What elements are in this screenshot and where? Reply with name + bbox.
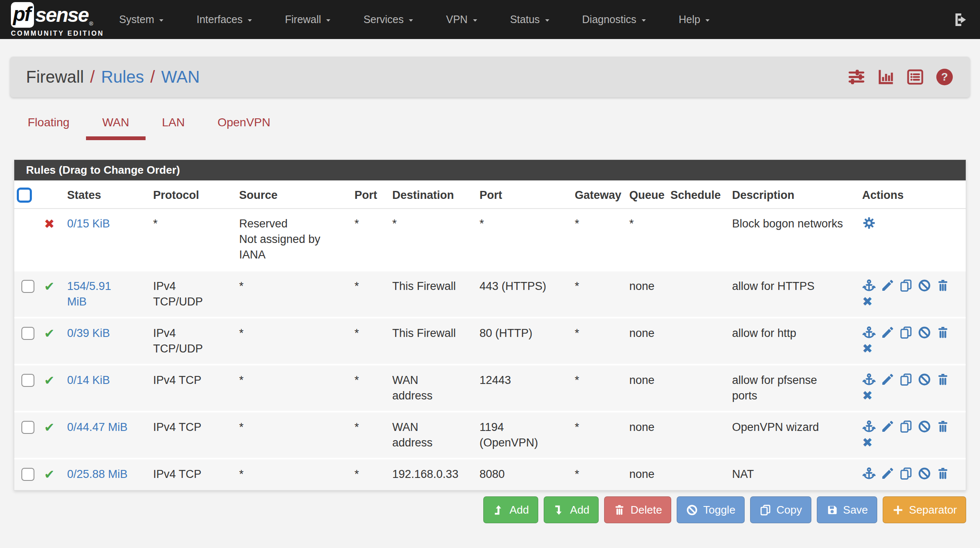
nav-item-status[interactable]: Status [510,13,550,26]
breadcrumb: Firewall/Rules/WAN [26,68,200,86]
toggle-button[interactable]: Toggle [677,496,745,523]
sliders-icon[interactable] [847,68,866,86]
trash-icon[interactable] [936,279,950,292]
rule-checkbox[interactable] [21,421,34,434]
x-icon[interactable]: ✖ [862,436,876,449]
states-link[interactable]: 154/5.91 MiB [67,279,153,310]
rule-checkbox[interactable] [21,374,34,387]
rule-actions [862,216,962,230]
copy-icon[interactable] [899,326,913,339]
trash-icon[interactable] [936,467,950,480]
nav-item-help[interactable]: Help [679,13,711,26]
pencil-icon[interactable] [881,279,894,292]
breadcrumb-rules[interactable]: Rules [101,68,144,86]
pencil-icon[interactable] [881,326,894,339]
ban-icon[interactable] [917,467,931,480]
cell-protocol-text: IPv4 TCP [153,467,239,482]
svg-text:?: ? [941,71,948,84]
col-gateway-header: Gateway [575,180,629,209]
x-icon[interactable]: ✖ [862,342,876,355]
copy-icon[interactable] [899,420,913,433]
cell-destination-text: WAN address [392,373,480,404]
states-link[interactable]: 0/25.88 MiB [67,467,153,482]
trash-icon[interactable] [936,420,950,433]
nav-item-system[interactable]: System [119,13,164,26]
tab-link-floating[interactable]: Floating [28,116,86,140]
list-panel-icon[interactable] [906,68,925,86]
rule-row[interactable]: ✔0/25.88 MiBIPv4 TCP**192.168.0.338080*n… [14,459,966,490]
copy-icon[interactable] [899,279,913,292]
cell-destination: This Firewall [392,271,480,318]
copy-icon[interactable] [899,373,913,386]
rule-checkbox[interactable] [21,468,34,481]
cell-status: ✖ [42,209,67,271]
add-rule-bottom-button[interactable]: Add [544,496,599,523]
states-link[interactable]: 0/15 KiB [67,216,153,232]
caret-down-icon [408,17,414,23]
button-label: Toggle [703,504,735,517]
tab-link-wan[interactable]: WAN [86,116,146,140]
tab-link-openvpn[interactable]: OpenVPN [201,116,287,140]
ban-icon[interactable] [917,373,931,386]
cell-destination-port-text: * [480,216,575,232]
breadcrumb-wan[interactable]: WAN [161,68,200,86]
states-link[interactable]: 0/44.47 MiB [67,420,153,435]
anchor-icon[interactable] [862,279,876,292]
button-label: Add [570,504,589,517]
nav-item-firewall[interactable]: Firewall [285,13,331,26]
cell-protocol-text: IPv4 TCP [153,373,239,388]
bar-chart-icon[interactable] [876,68,895,86]
ban-icon[interactable] [917,420,931,433]
col-destination-header: Destination [392,180,480,209]
ban-icon[interactable] [917,326,931,339]
rule-checkbox[interactable] [21,327,34,340]
separator-button[interactable]: Separator [883,496,966,523]
trash-icon[interactable] [936,326,950,339]
tab-link-lan[interactable]: LAN [146,116,201,140]
save-button[interactable]: Save [817,496,877,523]
pfsense-logo[interactable]: pf sense ® COMMUNITY EDITION [11,2,104,37]
cell-schedule [670,209,732,271]
cell-gateway-text: * [575,467,629,482]
rule-checkbox[interactable] [21,280,34,293]
copy-button[interactable]: Copy [750,496,811,523]
help-icon[interactable]: ? [935,68,954,86]
select-all-checkbox[interactable] [17,188,32,203]
cell-source-text: * [239,279,354,294]
rule-row[interactable]: ✔0/44.47 MiBIPv4 TCP**WAN address1194 (O… [14,412,966,459]
states-link[interactable]: 0/14 KiB [67,373,153,388]
x-icon[interactable]: ✖ [862,295,876,308]
gear-icon[interactable] [862,216,876,230]
cell-gateway-text: * [575,279,629,294]
trash-icon [613,504,626,516]
nav-item-vpn[interactable]: VPN [446,13,478,26]
nav-item-interfaces[interactable]: Interfaces [196,13,253,26]
sign-out-icon[interactable] [952,11,969,28]
cell-queue: none [629,318,670,365]
cell-protocol: IPv4 TCP [153,412,239,459]
delete-button[interactable]: Delete [604,496,671,523]
nav-item-services[interactable]: Services [363,13,414,26]
pencil-icon[interactable] [881,373,894,386]
anchor-icon[interactable] [862,326,876,339]
nav-item-diagnostics[interactable]: Diagnostics [582,13,647,26]
rule-row[interactable]: ✔0/39 KiBIPv4 TCP/UDP**This Firewall80 (… [14,318,966,365]
pass-icon: ✔ [42,467,55,483]
states-link[interactable]: 0/39 KiB [67,326,153,341]
cell-destination: WAN address [392,412,480,459]
rule-row[interactable]: ✔0/14 KiBIPv4 TCP**WAN address12443*none… [14,365,966,412]
anchor-icon[interactable] [862,420,876,433]
cell-destination-text: * [392,216,480,232]
pencil-icon[interactable] [881,420,894,433]
pencil-icon[interactable] [881,467,894,480]
caret-down-icon [704,17,711,23]
anchor-icon[interactable] [862,467,876,480]
x-icon[interactable]: ✖ [862,389,876,402]
ban-icon[interactable] [917,279,931,292]
rule-row[interactable]: ✔154/5.91 MiBIPv4 TCP/UDP**This Firewall… [14,271,966,318]
add-rule-top-button[interactable]: Add [483,496,538,523]
anchor-icon[interactable] [862,373,876,386]
rule-row[interactable]: ✖0/15 KiB*Reserved Not assigned by IANA*… [14,209,966,271]
copy-icon[interactable] [899,467,913,480]
trash-icon[interactable] [936,373,950,386]
